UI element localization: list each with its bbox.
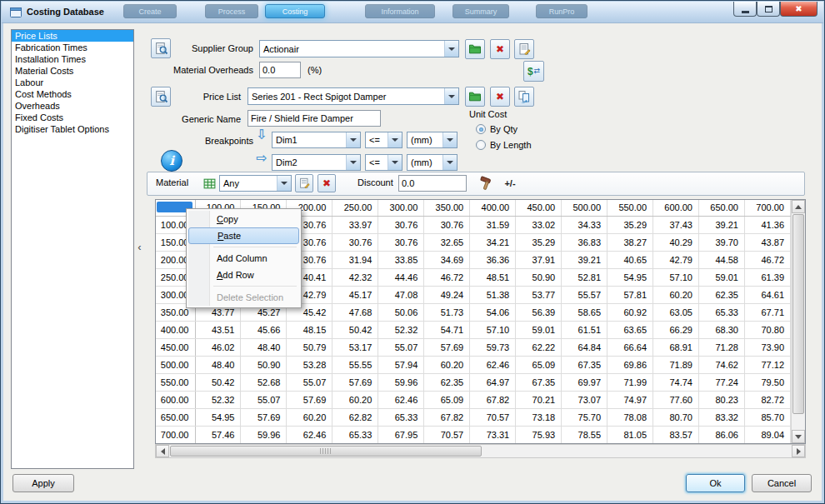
titlebar[interactable]: CreateProcessCostingInformationSummaryRu…	[2, 2, 823, 23]
dropdown-arrow-icon[interactable]	[444, 41, 458, 57]
grid-cell[interactable]: 75.93	[516, 426, 562, 443]
grid-cell[interactable]: 62.46	[287, 426, 332, 443]
grid-cell[interactable]: 44.58	[698, 251, 744, 268]
grid-cell[interactable]: 31.59	[470, 216, 516, 233]
sidebar-item-digitiser-tablet-options[interactable]: Digitiser Tablet Options	[12, 123, 133, 135]
grid-row-header[interactable]: 700.00	[156, 426, 195, 443]
grid-cell[interactable]: 50.06	[378, 303, 424, 321]
grid-cell[interactable]: 48.40	[195, 356, 241, 373]
grid-cell[interactable]: 80.23	[698, 391, 744, 408]
grid-cell[interactable]: 85.70	[744, 408, 790, 426]
grid-cell[interactable]: 55.55	[332, 356, 378, 373]
dropdown-arrow-icon[interactable]	[346, 155, 360, 170]
close-button[interactable]: ✖	[780, 2, 818, 17]
dropdown-arrow-icon[interactable]	[442, 155, 457, 170]
copy-price-list-button[interactable]	[514, 87, 534, 107]
radio-button-icon[interactable]	[476, 124, 486, 134]
grid-cell[interactable]: 40.65	[608, 251, 653, 268]
grid-cell[interactable]: 56.39	[516, 303, 562, 321]
grid-cell[interactable]: 45.17	[332, 286, 378, 303]
grid-column-header[interactable]: 600.00	[653, 200, 699, 216]
grid-cell[interactable]: 49.24	[424, 286, 470, 303]
scroll-right-button[interactable]	[792, 445, 805, 457]
rebuild-prices-button[interactable]	[476, 173, 496, 193]
dropdown-arrow-icon[interactable]	[388, 155, 402, 170]
grid-cell[interactable]: 73.90	[744, 338, 790, 356]
scroll-down-button[interactable]	[792, 430, 805, 443]
material-properties-button[interactable]	[295, 174, 313, 192]
grid-cell[interactable]: 52.81	[562, 268, 608, 286]
grid-cell[interactable]: 63.05	[653, 303, 699, 321]
dropdown-arrow-icon[interactable]	[444, 88, 458, 104]
grid-cell[interactable]: 68.30	[698, 321, 744, 338]
grid-column-header[interactable]: 400.00	[470, 200, 516, 216]
grid-cell[interactable]: 55.07	[287, 373, 332, 391]
grid-cell[interactable]: 64.97	[470, 373, 516, 391]
grid-cell[interactable]: 64.84	[562, 338, 608, 356]
grid-cell[interactable]: 57.94	[378, 356, 424, 373]
grid-cell[interactable]: 77.60	[653, 391, 699, 408]
grid-cell[interactable]: 57.69	[332, 373, 378, 391]
grid-cell[interactable]: 52.32	[378, 321, 424, 338]
sidebar-item-fixed-costs[interactable]: Fixed Costs	[12, 112, 133, 123]
grid-cell[interactable]: 54.71	[424, 321, 470, 338]
grid-cell[interactable]: 70.57	[424, 426, 470, 443]
radio-button-icon[interactable]	[476, 140, 486, 150]
grid-cell[interactable]: 77.12	[744, 356, 790, 373]
grid-cell[interactable]: 57.69	[241, 408, 287, 426]
apply-button[interactable]: Apply	[12, 474, 74, 492]
grid-cell[interactable]: 65.09	[424, 391, 470, 408]
grid-cell[interactable]: 66.29	[653, 321, 699, 338]
grid-cell[interactable]: 39.21	[562, 251, 608, 268]
grid-cell[interactable]: 34.33	[562, 216, 608, 233]
grid-cell[interactable]: 50.42	[195, 373, 241, 391]
menu-item-add-row[interactable]: Add Row	[188, 267, 299, 283]
info-button[interactable]: i	[161, 150, 182, 172]
grid-cell[interactable]: 71.99	[608, 373, 653, 391]
grid-cell[interactable]: 35.29	[516, 233, 562, 251]
grid-cell[interactable]: 47.08	[378, 286, 424, 303]
grid-cell[interactable]: 47.68	[332, 303, 378, 321]
grid-cell[interactable]: 81.05	[608, 426, 653, 443]
grid-cell[interactable]: 58.65	[562, 303, 608, 321]
grid-cell[interactable]: 55.07	[378, 338, 424, 356]
sidebar-item-material-costs[interactable]: Material Costs	[12, 65, 133, 77]
grid-column-header[interactable]: 350.00	[424, 200, 470, 216]
radio-by-length[interactable]: By Length	[476, 140, 532, 150]
grid-cell[interactable]: 67.71	[744, 303, 790, 321]
grid-cell[interactable]: 40.29	[653, 233, 699, 251]
grid-cell[interactable]: 77.24	[698, 373, 744, 391]
grid-cell[interactable]: 54.95	[195, 408, 241, 426]
grid-cell[interactable]: 52.32	[195, 391, 241, 408]
maximize-button[interactable]	[757, 2, 780, 17]
grid-cell[interactable]: 50.90	[516, 268, 562, 286]
grid-cell[interactable]: 57.69	[287, 391, 332, 408]
grid-cell[interactable]: 68.91	[653, 338, 699, 356]
grid-cell[interactable]: 65.33	[332, 426, 378, 443]
grid-cell[interactable]: 86.06	[698, 426, 744, 443]
grid-cell[interactable]: 70.21	[516, 391, 562, 408]
grid-cell[interactable]: 59.01	[516, 321, 562, 338]
grid-cell[interactable]: 61.51	[562, 321, 608, 338]
grid-cell[interactable]: 62.35	[698, 286, 744, 303]
grid-cell[interactable]: 83.32	[698, 408, 744, 426]
grid-cell[interactable]: 54.06	[470, 303, 516, 321]
grid-cell[interactable]: 57.10	[470, 321, 516, 338]
breakpoint-dim1-combobox[interactable]: Dim1	[272, 132, 361, 148]
grid-cell[interactable]: 55.57	[562, 286, 608, 303]
grid-column-header[interactable]: 550.00	[608, 200, 653, 216]
grid-cell[interactable]: 41.36	[744, 216, 790, 233]
breakpoint-op1-combobox[interactable]: <=	[365, 132, 402, 148]
grid-cell[interactable]: 43.51	[195, 321, 241, 338]
grid-row-header[interactable]: 600.00	[156, 391, 195, 408]
grid-cell[interactable]: 71.89	[653, 356, 699, 373]
grid-cell[interactable]: 69.97	[562, 373, 608, 391]
sidebar-item-price-lists[interactable]: Price Lists	[12, 30, 133, 42]
grid-cell[interactable]: 30.76	[424, 216, 470, 233]
grid-cell[interactable]: 79.50	[744, 373, 790, 391]
grid-cell[interactable]: 30.76	[378, 216, 424, 233]
grid-cell[interactable]: 78.55	[562, 426, 608, 443]
grid-cell[interactable]: 37.91	[516, 251, 562, 268]
grid-cell[interactable]: 59.01	[698, 268, 744, 286]
grid-cell[interactable]: 65.33	[378, 408, 424, 426]
